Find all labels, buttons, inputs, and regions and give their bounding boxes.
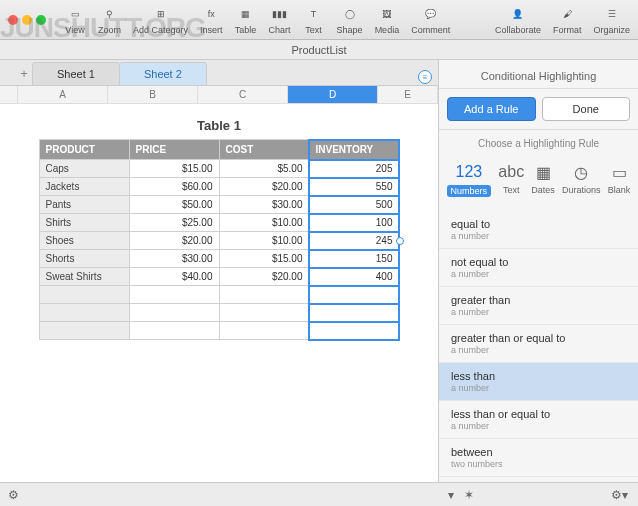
cell-inventory[interactable]: 245 [309,232,399,250]
footer-gear-2-icon[interactable]: ⚙︎▾ [611,488,628,502]
cell-price[interactable]: $40.00 [129,268,219,286]
window-controls[interactable] [8,15,46,25]
insert-button[interactable]: fxInsert [200,5,223,35]
rule-type-dates[interactable]: ▦Dates [529,159,557,201]
sidebar-title: Conditional Highlighting [439,60,638,89]
rule-option[interactable]: greater than or equal toa number [439,325,638,363]
cell-price[interactable]: $15.00 [129,160,219,178]
collaborate-button[interactable]: 👤Collaborate [495,5,541,35]
cell-price[interactable]: $25.00 [129,214,219,232]
table-row[interactable]: Caps$15.00$5.00205 [39,160,399,178]
format-button[interactable]: 🖌Format [553,5,582,35]
add-category-button[interactable]: ⊞Add Category [133,5,188,35]
cell-cost[interactable]: $5.00 [219,160,309,178]
col-c[interactable]: C [198,86,288,103]
cell-cost[interactable]: $10.00 [219,232,309,250]
collab-label: Collaborate [495,25,541,35]
cell-inventory[interactable]: 550 [309,178,399,196]
cell-inventory[interactable]: 150 [309,250,399,268]
rule-type-durations[interactable]: ◷Durations [560,159,603,201]
cell-cost[interactable]: $10.00 [219,214,309,232]
rule-option[interactable]: greater thana number [439,287,638,325]
zoom-button[interactable]: ⚲Zoom [98,5,121,35]
footer-gear-icon[interactable]: ⚙︎ [8,488,19,502]
addcat-label: Add Category [133,25,188,35]
cell-cost[interactable]: $30.00 [219,196,309,214]
maximize-window[interactable] [36,15,46,25]
table-row[interactable]: Pants$50.00$30.00500 [39,196,399,214]
empty-row[interactable] [39,322,129,340]
cell-product[interactable]: Shorts [39,250,129,268]
close-window[interactable] [8,15,18,25]
rule-option[interactable]: less thana number [439,363,638,401]
table-row[interactable]: Jackets$60.00$20.00550 [39,178,399,196]
rule-subtitle: a number [451,383,626,393]
textbtn-label: Text [305,25,322,35]
cell-inventory[interactable]: 500 [309,196,399,214]
organize-button[interactable]: ☰Organize [593,5,630,35]
cell-cost[interactable]: $15.00 [219,250,309,268]
col-e[interactable]: E [378,86,438,103]
media-button[interactable]: 🖼Media [375,5,400,35]
header-product[interactable]: PRODUCT [39,140,129,160]
rule-type-blank[interactable]: ▭Blank [606,159,633,201]
cell-product[interactable]: Caps [39,160,129,178]
spreadsheet-area: + Sheet 1 Sheet 2 A B C D E Table 1 PROD… [0,60,438,506]
cell-price[interactable]: $30.00 [129,250,219,268]
cell-inventory[interactable]: 400 [309,268,399,286]
rule-type-tabs: 123Numbers abcText ▦Dates ◷Durations ▭Bl… [439,153,638,211]
organize-label: Organize [593,25,630,35]
done-button[interactable]: Done [542,97,631,121]
shape-button[interactable]: ◯Shape [337,5,363,35]
rule-subtitle: a number [451,421,626,431]
cell-product[interactable]: Sweat Shirts [39,268,129,286]
insert-label: Insert [200,25,223,35]
header-cost[interactable]: COST [219,140,309,160]
rule-option[interactable]: less than or equal toa number [439,401,638,439]
cell-inventory[interactable]: 100 [309,214,399,232]
table-row[interactable]: Shirts$25.00$10.00100 [39,214,399,232]
view-button[interactable]: ▭View [64,5,86,35]
grid-area[interactable]: Table 1 PRODUCT PRICE COST INVENTORY Cap… [0,104,438,506]
chart-button[interactable]: ▮▮▮Chart [269,5,291,35]
text-button[interactable]: TText [303,5,325,35]
cell-cost[interactable]: $20.00 [219,178,309,196]
empty-row[interactable] [39,286,129,304]
settings-gear-icon[interactable]: ✶ [464,488,474,502]
rule-subtitle: a number [451,345,626,355]
table-row[interactable]: Sweat Shirts$40.00$20.00400 [39,268,399,286]
empty-row[interactable] [39,304,129,322]
cell-product[interactable]: Pants [39,196,129,214]
cell-price[interactable]: $60.00 [129,178,219,196]
data-table[interactable]: PRODUCT PRICE COST INVENTORY Caps$15.00$… [39,139,400,340]
rule-option[interactable]: equal toa number [439,211,638,249]
rule-option[interactable]: betweentwo numbers [439,439,638,477]
col-a[interactable]: A [18,86,108,103]
dropdown-icon[interactable]: ▾ [448,488,454,502]
rule-option[interactable]: not equal toa number [439,249,638,287]
rule-type-numbers[interactable]: 123Numbers [445,159,494,201]
table-row[interactable]: Shorts$30.00$15.00150 [39,250,399,268]
selection-handle[interactable] [396,237,404,245]
add-rule-button[interactable]: Add a Rule [447,97,536,121]
cell-cost[interactable]: $20.00 [219,268,309,286]
add-sheet-button[interactable]: + [16,65,32,81]
cell-price[interactable]: $20.00 [129,232,219,250]
header-inventory[interactable]: INVENTORY [309,140,399,160]
column-filter-handle[interactable]: ≡ [418,70,432,84]
sheet-tab-1[interactable]: Sheet 1 [32,62,120,85]
col-b[interactable]: B [108,86,198,103]
header-price[interactable]: PRICE [129,140,219,160]
cell-price[interactable]: $50.00 [129,196,219,214]
cell-inventory[interactable]: 205 [309,160,399,178]
sheet-tab-2[interactable]: Sheet 2 [119,62,207,85]
cell-product[interactable]: Shoes [39,232,129,250]
table-row[interactable]: Shoes$20.00$10.00245 [39,232,399,250]
table-button[interactable]: ▦Table [235,5,257,35]
col-d-selected[interactable]: D [288,86,378,103]
comment-button[interactable]: 💬Comment [411,5,450,35]
cell-product[interactable]: Shirts [39,214,129,232]
minimize-window[interactable] [22,15,32,25]
rule-type-text[interactable]: abcText [496,159,526,201]
cell-product[interactable]: Jackets [39,178,129,196]
